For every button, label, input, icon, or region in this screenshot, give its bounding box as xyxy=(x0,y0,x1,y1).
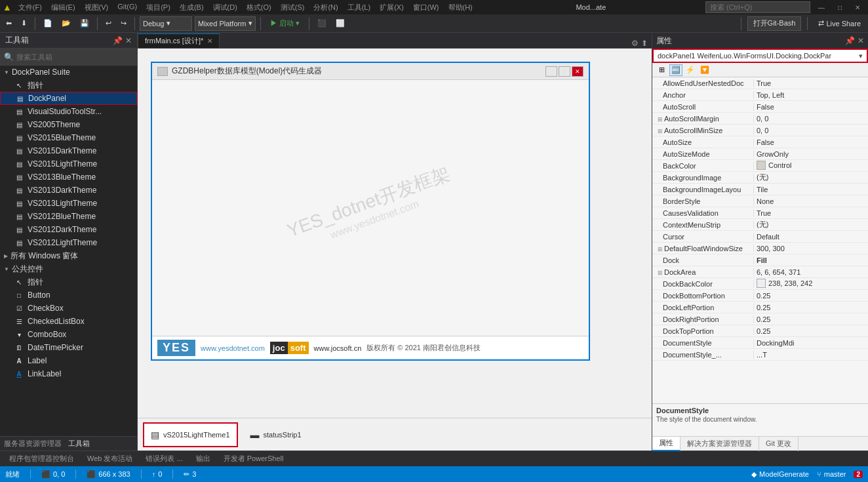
toolbox-item-button[interactable]: □ Button xyxy=(0,289,137,302)
toolbox-group-dockpanel-suite[interactable]: ▼ DockPanel Suite xyxy=(0,66,137,79)
menu-tools[interactable]: 工具(L) xyxy=(344,3,374,12)
toolbox-item-vs2015dark[interactable]: ▤ VS2015DarkTheme xyxy=(0,144,137,157)
bottom-tab-web-publish[interactable]: Web 发布活动 xyxy=(81,452,139,466)
menu-format[interactable]: 格式(O) xyxy=(243,3,275,12)
toolbox-item-vs2013light[interactable]: ▤ VS2013LightTheme xyxy=(0,197,137,210)
menu-help[interactable]: 帮助(H) xyxy=(444,3,477,12)
menu-git[interactable]: Git(G) xyxy=(113,3,141,12)
open-button[interactable]: 📂 xyxy=(58,16,74,31)
toolbox-item-datetimepicker[interactable]: 🗓 DateTimePicker xyxy=(0,341,137,354)
open-git-bash-button[interactable]: 打开Git-Bash xyxy=(747,16,802,31)
tray-item-vs2015lighttheme1[interactable]: ▤ vS2015LightTheme1 xyxy=(143,422,238,447)
properties-scroll-area[interactable]: AllowEndUserNestedDoc True Anchor Top, L… xyxy=(652,77,868,403)
toolbox-group-common-controls[interactable]: ▼ 公共控件 xyxy=(0,262,137,275)
props-tab-solution-explorer[interactable]: 解决方案资源管理器 xyxy=(681,437,759,451)
prop-value-dockbackcolor: 238, 238, 242 xyxy=(754,279,868,289)
bottom-tab-output[interactable]: 输出 xyxy=(189,452,217,466)
menu-window[interactable]: 窗口(W) xyxy=(409,3,443,12)
toolbox-item-checkbox[interactable]: ☑ CheckBox xyxy=(0,302,137,315)
new-project-button[interactable]: 📄 xyxy=(40,16,56,31)
status-branch[interactable]: ⑂ master xyxy=(817,470,846,478)
designer-maximize-button[interactable]: □ xyxy=(559,66,570,77)
toolbar-extra-1[interactable]: ⬛ xyxy=(314,16,330,31)
doc-tab-frmmain[interactable]: frmMain.cs [设计]* ✕ xyxy=(138,33,220,48)
designer-minimize-button[interactable]: _ xyxy=(545,66,557,77)
toolbox-item-vs2015blue[interactable]: ▤ VS2015BlueTheme xyxy=(0,131,137,144)
toolbox-item-label[interactable]: A Label xyxy=(0,354,137,367)
redo-button[interactable]: ↪ xyxy=(117,16,130,31)
global-search-input[interactable] xyxy=(705,1,810,13)
toolbox-item-pointer-2[interactable]: ↖ 指针 xyxy=(0,275,137,289)
props-tab-git-changes[interactable]: Git 更改 xyxy=(759,437,799,451)
toolbox-group-all-windows[interactable]: ▶ 所有 Windows 窗体 xyxy=(0,249,137,262)
toolbox-item-vs2015light[interactable]: ▤ VS2015LightTheme xyxy=(0,157,137,171)
bottom-tab-package-manager[interactable]: 程序包管理器控制台 xyxy=(3,452,81,466)
doc-tab-settings-icon[interactable]: ⚙ xyxy=(631,39,639,48)
doc-tab-expand-icon[interactable]: ⬆ xyxy=(641,39,648,48)
save-button[interactable]: 💾 xyxy=(77,16,92,31)
props-sort-alpha-button[interactable]: 🔤 xyxy=(669,64,682,76)
designer-close-button[interactable]: ✕ xyxy=(572,66,583,77)
toolbox-item-checkedlistbox[interactable]: ☰ CheckedListBox xyxy=(0,315,137,328)
prop-value-autoscrollmargin: 0, 0 xyxy=(754,115,868,123)
toolbox-item-label: ComboBox xyxy=(28,330,66,339)
toolbox-search-input[interactable] xyxy=(16,53,133,61)
separator-6 xyxy=(741,17,741,30)
toolbox-item-dockpanel[interactable]: ▤ DockPanel xyxy=(0,92,137,105)
toolbox-item-linklabel[interactable]: A LinkLabel xyxy=(0,367,137,380)
platform-dropdown[interactable]: Mixed Platform ▾ xyxy=(195,16,256,31)
properties-object-selector[interactable]: dockPanel1 WeifenLuo.WinFormsUI.Docking.… xyxy=(652,49,868,63)
minimize-button[interactable]: — xyxy=(813,4,830,11)
live-share-button[interactable]: ⇄ Live Share xyxy=(814,16,865,31)
menu-view[interactable]: 视图(V) xyxy=(81,3,113,12)
toolbox-item-label: Button xyxy=(28,291,50,300)
menu-edit[interactable]: 编辑(E) xyxy=(47,3,79,12)
toolbox-item-vs2012dark[interactable]: ▤ VS2012DarkTheme xyxy=(0,223,137,236)
toolbox-item-vs2005[interactable]: ▤ VS2005Theme xyxy=(0,118,137,131)
status-selection: ⬛ 666 x 383 xyxy=(87,470,130,479)
toolbox-item-pointer-1[interactable]: ↖ 指针 xyxy=(0,79,137,92)
props-sort-category-button[interactable]: ⊞ xyxy=(655,64,668,76)
menu-analysis[interactable]: 分析(N) xyxy=(309,3,342,12)
menu-build[interactable]: 生成(B) xyxy=(176,3,208,12)
arrow-up-icon: ↑ xyxy=(152,470,156,478)
bottom-tab-error-list[interactable]: 错误列表 ... xyxy=(139,452,189,466)
undo-button[interactable]: ↩ xyxy=(102,16,115,31)
menu-extensions[interactable]: 扩展(X) xyxy=(376,3,408,12)
tray-item-statusstrip1[interactable]: ▬ statusStrip1 xyxy=(243,422,309,447)
props-filter-button[interactable]: 🔽 xyxy=(698,64,711,76)
props-close-icon[interactable]: ✕ xyxy=(858,36,864,45)
maximize-button[interactable]: □ xyxy=(833,4,847,11)
bottom-tab-powershell[interactable]: 开发者 PowerShell xyxy=(217,452,290,466)
toolbox-item-vs2012blue[interactable]: ▤ VS2012BlueTheme xyxy=(0,210,137,223)
toolbox-item-vstoolstr[interactable]: ▤ VisualStudioToolStr... xyxy=(0,105,137,118)
toolbox-pin-icon[interactable]: 📌 xyxy=(113,36,123,45)
toolbar: ⬅ ⬇ 📄 📂 💾 ↩ ↪ Debug ▾ Mixed Platform ▾ ▶… xyxy=(0,14,868,33)
toolbox-item-vs2012light[interactable]: ▤ VS2012LightTheme xyxy=(0,236,137,249)
backcolor-value-group: Control xyxy=(757,161,791,170)
menu-debug[interactable]: 调试(D) xyxy=(209,3,241,12)
toolbar-right: 打开Git-Bash ⇄ Live Share xyxy=(739,16,865,31)
menu-file[interactable]: 文件(F) xyxy=(14,3,46,12)
forward-button[interactable]: ⬇ xyxy=(18,16,30,31)
props-tab-properties[interactable]: 属性 xyxy=(652,437,681,451)
toolbox-bottom-tab[interactable]: 工具箱 xyxy=(68,439,90,449)
back-button[interactable]: ⬅ xyxy=(3,16,15,31)
doc-tab-close-icon[interactable]: ✕ xyxy=(207,37,212,45)
menu-test[interactable]: 测试(S) xyxy=(277,3,309,12)
toolbox-item-vs2013dark[interactable]: ▤ VS2013DarkTheme xyxy=(0,184,137,197)
start-button[interactable]: ▶ 启动 ▾ xyxy=(266,16,304,31)
toolbox-close-icon[interactable]: ✕ xyxy=(125,36,132,45)
status-sep-3 xyxy=(141,470,142,479)
props-show-events-button[interactable]: ⚡ xyxy=(684,64,697,76)
toolbox-item-vs2013blue[interactable]: ▤ VS2013BlueTheme xyxy=(0,171,137,184)
toolbox-item-label: VS2013LightTheme xyxy=(28,199,97,208)
close-button[interactable]: ✕ xyxy=(850,4,865,11)
menu-project[interactable]: 项目(P) xyxy=(142,3,174,12)
status-notifications[interactable]: 2 xyxy=(854,471,863,478)
toolbar-extra-2[interactable]: ⬜ xyxy=(332,16,348,31)
debug-config-dropdown[interactable]: Debug ▾ xyxy=(140,16,192,31)
toolbox-item-combobox[interactable]: ▾ ComboBox xyxy=(0,328,137,341)
props-pin-icon[interactable]: 📌 xyxy=(845,36,855,45)
server-explorer-tab[interactable]: 服务器资源管理器 xyxy=(4,439,62,449)
